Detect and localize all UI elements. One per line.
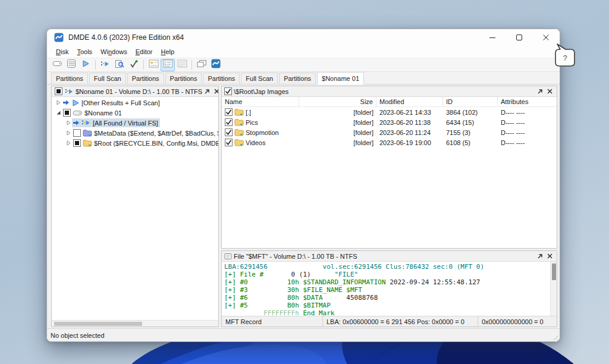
column-header-id[interactable]: ID — [443, 97, 498, 106]
dmde-logo-icon — [211, 59, 221, 71]
file-list-column-headers[interactable]: NameSizeModifiedIDAttributes — [222, 97, 557, 107]
expander-collapsed-icon[interactable] — [65, 130, 72, 136]
window-title: DMDE 4.0.6 (2023) Free Edition x64 — [68, 33, 184, 42]
tree-row-label: [Other Results + Full Scan] — [81, 99, 160, 106]
tree-checkbox-empty[interactable] — [73, 129, 81, 137]
tab-partitions-4[interactable]: Partitions — [203, 73, 240, 84]
tree-checkbox-filled[interactable] — [73, 139, 81, 147]
mft-record-text[interactable]: LBA:6291456 vol.sec:6291456 Clus:786432 … — [222, 262, 550, 316]
maximize-button[interactable] — [506, 29, 533, 46]
detach-panel-icon[interactable] — [535, 87, 545, 96]
file-checkbox-checked[interactable] — [225, 108, 233, 116]
tree-checkbox-filled[interactable] — [63, 109, 71, 117]
file-row[interactable]: Stopmotion[folder]2023-06-20 11:247155 (… — [222, 127, 557, 137]
file-list-rows: [.][folder]2023-06-21 14:333864 (102)D--… — [222, 107, 557, 248]
disk-list-button[interactable] — [64, 59, 79, 71]
folder-blue-icon — [83, 129, 92, 137]
file-attributes: D---- ---- — [498, 139, 557, 146]
expander-expanded-icon[interactable] — [55, 110, 62, 115]
menu-item-tools[interactable]: Tools — [73, 47, 96, 57]
folder-yellow-icon — [234, 128, 244, 136]
tab-partitions-3[interactable]: Partitions — [165, 73, 202, 84]
dmde-home-button[interactable] — [209, 59, 223, 71]
tree-horizontal-scrollbar[interactable] — [52, 320, 218, 327]
play-icon — [81, 59, 90, 70]
app-window: DMDE 4.0.6 (2023) Free Edition x64 DiskT… — [46, 29, 560, 342]
tree-panel-title: $Noname 01 - Volume D:\ - 1.00 TB - NTFS — [76, 88, 202, 95]
file-name: Videos — [246, 139, 265, 146]
file-row[interactable]: [.][folder]2023-06-21 14:333864 (102)D--… — [222, 107, 557, 117]
tree-row[interactable]: $Root ($RECYCLE.BIN, Config.Msi, DMDE, D… — [52, 138, 218, 148]
file-name: Pics — [246, 119, 258, 126]
close-panel-icon[interactable] — [545, 87, 554, 96]
file-modified: 2023-06-20 11:38 — [376, 119, 443, 126]
record-status-bar: MFT Record LBA: 0x00600000 = 6 291 456 P… — [222, 316, 557, 327]
tab-full-scan-5[interactable]: Full Scan — [241, 73, 278, 84]
tree-row[interactable]: $MetaData ($Extend, $AttrDef, $BadClus, … — [52, 128, 218, 138]
detach-panel-icon[interactable] — [535, 252, 545, 261]
expander-collapsed-icon[interactable] — [55, 100, 62, 105]
record-vertical-scrollbar[interactable] — [550, 262, 557, 316]
column-header-name[interactable]: Name — [222, 97, 299, 106]
scrollbar-thumb[interactable] — [552, 263, 556, 280]
close-panel-icon[interactable] — [212, 87, 218, 96]
tree-panel-button[interactable] — [146, 59, 161, 71]
tree-row-label: $MetaData ($Extend, $AttrDef, $BadClus, … — [94, 130, 218, 137]
tree-row[interactable]: [Other Results + Full Scan] — [52, 98, 218, 108]
expander-collapsed-icon[interactable] — [65, 140, 72, 146]
minimize-button[interactable] — [479, 29, 506, 46]
tree-header-checkbox[interactable] — [55, 87, 62, 95]
tab-full-scan-1[interactable]: Full Scan — [89, 73, 126, 84]
file-row[interactable]: Videos[folder]2023-06-19 19:006108 (5)D-… — [222, 137, 557, 148]
record-line: [+] File # 0 (1) "FILE" — [224, 271, 550, 278]
detach-panel-icon[interactable] — [202, 87, 212, 96]
open-volume-button[interactable] — [79, 59, 93, 71]
tree-row[interactable]: [All Found / Virtual FS] — [52, 118, 218, 128]
check-plus-icon — [129, 59, 139, 71]
help-bubble[interactable]: ? — [552, 43, 577, 69]
tab-bar: PartitionsFull ScanPartitionsPartitionsP… — [47, 72, 560, 84]
file-modified: 2023-06-21 14:33 — [376, 109, 443, 116]
resize-grip[interactable] — [551, 333, 558, 340]
file-panel-path: \$Root\Jap Images — [234, 88, 288, 95]
column-header-modified[interactable]: Modified — [376, 97, 443, 106]
hex-panel-button[interactable] — [175, 59, 189, 71]
tab-partitions-2[interactable]: Partitions — [127, 73, 164, 84]
file-checkbox-checked[interactable] — [225, 118, 233, 126]
menu-item-help[interactable]: Help — [156, 47, 178, 57]
tab-partitions-6[interactable]: Partitions — [279, 73, 316, 84]
column-header-attributes[interactable]: Attributes — [498, 97, 557, 106]
record-line: [+] #5 B0h $BITMAP — [224, 302, 550, 309]
file-checkbox-checked[interactable] — [225, 128, 233, 136]
scrollbar-thumb[interactable] — [54, 322, 142, 326]
toolbar — [47, 58, 560, 72]
tab-partitions-0[interactable]: Partitions — [51, 73, 88, 84]
search-button[interactable] — [112, 59, 127, 71]
volume-icon — [73, 109, 83, 117]
titlebar[interactable]: DMDE 4.0.6 (2023) Free Edition x64 — [47, 29, 560, 46]
apply-button[interactable] — [127, 59, 141, 71]
tree-row[interactable]: $Noname 01 — [52, 108, 218, 118]
list-panel-icon — [163, 59, 173, 70]
file-name: [.] — [246, 109, 251, 116]
list-panel-button[interactable] — [161, 59, 175, 71]
scan-icon — [81, 119, 91, 127]
tree-row-label: $Root ($RECYCLE.BIN, Config.Msi, DMDE, D… — [94, 140, 218, 147]
tab--noname-01-7[interactable]: $Noname 01 — [317, 72, 364, 84]
full-scan-button[interactable] — [98, 59, 112, 71]
menu-item-disk[interactable]: Disk — [52, 47, 73, 57]
windows-layout-button[interactable] — [194, 59, 209, 71]
file-id: 6434 (15) — [443, 119, 498, 126]
close-panel-icon[interactable] — [545, 252, 554, 261]
file-checkbox-checked[interactable] — [225, 139, 233, 146]
record-viewer-panel: File "$MFT" - Volume D:\ - 1.00 TB - NTF… — [221, 250, 557, 327]
menu-item-editor[interactable]: Editor — [131, 47, 157, 57]
expander-collapsed-icon[interactable] — [65, 120, 72, 125]
open-disk-button[interactable] — [50, 59, 64, 71]
menu-item-windows[interactable]: Windows — [96, 47, 131, 57]
column-header-size[interactable]: Size — [299, 97, 376, 106]
file-row[interactable]: Pics[folder]2023-06-20 11:386434 (15)D--… — [222, 117, 557, 127]
folder-checkbox-checked[interactable] — [224, 87, 232, 95]
tree-panel-header: $Noname 01 - Volume D:\ - 1.00 TB - NTFS — [52, 86, 218, 97]
record-lba-label: LBA: 0x00600000 = 6 291 456 Pos: 0x0000 … — [323, 316, 478, 327]
